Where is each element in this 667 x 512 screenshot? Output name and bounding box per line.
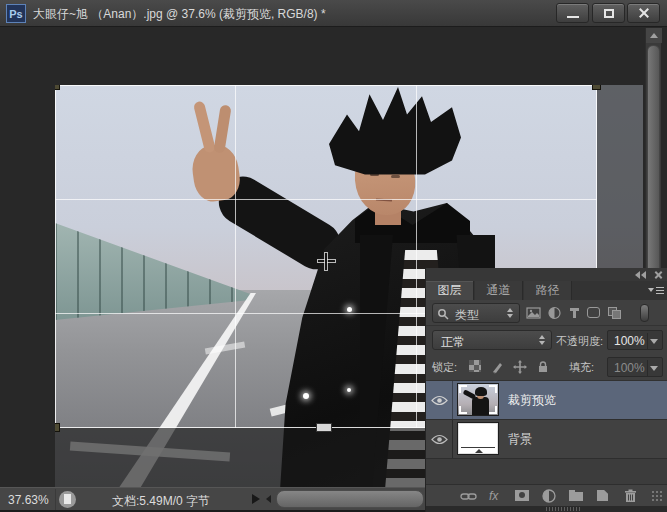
filter-adjustment-layers-icon[interactable] xyxy=(547,306,562,320)
photoshop-logo-icon: Ps xyxy=(6,4,26,23)
filter-type-layers-icon[interactable] xyxy=(567,306,582,320)
layer-row-crop-preview[interactable]: 裁剪预览 xyxy=(426,381,667,419)
document-profile-button[interactable] xyxy=(55,489,79,510)
lock-position-icon[interactable] xyxy=(513,360,527,374)
crop-handle-bottom-left[interactable] xyxy=(55,423,60,432)
fill-value: 100% xyxy=(614,361,645,375)
crop-handle-bottom-center[interactable] xyxy=(316,423,332,432)
panel-bottom-edge xyxy=(426,506,667,512)
visibility-toggle[interactable] xyxy=(426,381,453,419)
filter-kind-dropdown[interactable]: 类型 xyxy=(432,303,520,323)
layer-row-background[interactable]: 背景 xyxy=(426,420,667,458)
new-group-icon[interactable] xyxy=(568,488,585,504)
layers-panel: 图层 通道 路径 类型 正常 不透明度: 100% xyxy=(425,268,667,512)
status-bar: 37.63% 文档:5.49M/0 字节 xyxy=(0,487,426,510)
new-adjustment-layer-icon[interactable] xyxy=(541,488,558,504)
zoom-level[interactable]: 37.63% xyxy=(8,493,49,507)
layer-thumbnail[interactable] xyxy=(458,384,498,415)
lock-transparency-icon[interactable] xyxy=(469,360,481,372)
crop-grid-line xyxy=(416,85,417,428)
layers-panel-footer: fx xyxy=(426,484,667,506)
crop-grid-line xyxy=(235,85,236,428)
horizontal-scrollbar-thumb[interactable] xyxy=(276,490,424,508)
opacity-value-dropdown[interactable]: 100% xyxy=(607,330,663,350)
crop-grid-line xyxy=(55,199,597,200)
lock-all-icon[interactable] xyxy=(536,360,550,374)
eye-icon xyxy=(431,434,448,445)
panel-menu-icon[interactable] xyxy=(648,286,664,295)
panel-drag-handle[interactable] xyxy=(546,507,582,511)
up-arrow-icon xyxy=(650,33,658,38)
opacity-value: 100% xyxy=(614,334,645,348)
minimize-icon xyxy=(567,16,579,18)
link-layers-icon[interactable] xyxy=(460,488,477,504)
collapse-panel-icon[interactable] xyxy=(635,271,647,279)
document-title: 大眼仔~旭 （Anan）.jpg @ 37.6% (裁剪预览, RGB/8) * xyxy=(33,6,326,23)
visibility-toggle[interactable] xyxy=(426,420,453,458)
blend-mode-value: 正常 xyxy=(441,334,465,351)
search-icon xyxy=(437,308,449,320)
layer-name[interactable]: 背景 xyxy=(508,431,532,448)
delete-layer-icon[interactable] xyxy=(622,488,639,504)
dropdown-arrows-icon xyxy=(539,335,546,345)
layer-style-icon[interactable]: fx xyxy=(487,488,504,504)
crop-handle-top-left[interactable] xyxy=(55,85,60,90)
opacity-label: 不透明度: xyxy=(556,334,603,349)
layer-filter-row: 类型 xyxy=(426,300,667,326)
scroll-up-button[interactable] xyxy=(646,28,662,43)
blend-mode-row: 正常 不透明度: 100% xyxy=(426,326,667,354)
layer-filtering-toggle[interactable] xyxy=(640,304,649,322)
close-button[interactable] xyxy=(627,3,660,23)
tab-layers[interactable]: 图层 xyxy=(426,281,474,300)
scroll-left-icon[interactable] xyxy=(266,495,271,503)
document-size-info: 文档:5.49M/0 字节 xyxy=(112,493,210,510)
filter-kind-label: 类型 xyxy=(455,307,479,324)
panel-resize-grip[interactable] xyxy=(652,491,664,503)
lock-label: 锁定: xyxy=(432,360,457,375)
blend-mode-dropdown[interactable]: 正常 xyxy=(432,330,552,350)
layers-list: 裁剪预览 背景 xyxy=(426,380,667,484)
new-layer-icon[interactable] xyxy=(595,488,612,504)
filter-shape-layers-icon[interactable] xyxy=(586,306,601,320)
maximize-button[interactable] xyxy=(592,3,625,23)
crosshair-cursor xyxy=(325,253,327,270)
dropdown-arrow-icon xyxy=(650,339,658,344)
maximize-icon xyxy=(604,9,614,18)
minimize-button[interactable] xyxy=(556,3,589,23)
panel-header xyxy=(426,268,667,281)
filter-smart-objects-icon[interactable] xyxy=(607,306,622,320)
panel-close-icon[interactable] xyxy=(654,270,663,279)
fill-label: 填充: xyxy=(569,360,594,375)
tab-paths[interactable]: 路径 xyxy=(524,281,572,300)
title-bar[interactable]: Ps 大眼仔~旭 （Anan）.jpg @ 37.6% (裁剪预览, RGB/8… xyxy=(0,0,667,27)
tab-channels[interactable]: 通道 xyxy=(475,281,523,300)
eye-icon xyxy=(431,395,448,406)
add-layer-mask-icon[interactable] xyxy=(514,488,531,504)
layer-thumbnail[interactable] xyxy=(458,423,498,454)
lock-pixels-icon[interactable] xyxy=(491,360,505,374)
document-icon xyxy=(59,491,76,508)
status-menu-arrow-icon[interactable] xyxy=(252,494,260,504)
fill-value-dropdown[interactable]: 100% xyxy=(607,357,663,377)
crop-handle-top-right[interactable] xyxy=(592,85,601,90)
dropdown-arrows-icon xyxy=(507,308,514,318)
dropdown-arrow-icon xyxy=(650,366,658,371)
layer-name[interactable]: 裁剪预览 xyxy=(508,392,556,409)
filter-pixel-layers-icon[interactable] xyxy=(526,306,541,320)
panel-tab-bar: 图层 通道 路径 xyxy=(426,281,667,300)
lock-row: 锁定: 填充: 100% xyxy=(426,354,667,380)
